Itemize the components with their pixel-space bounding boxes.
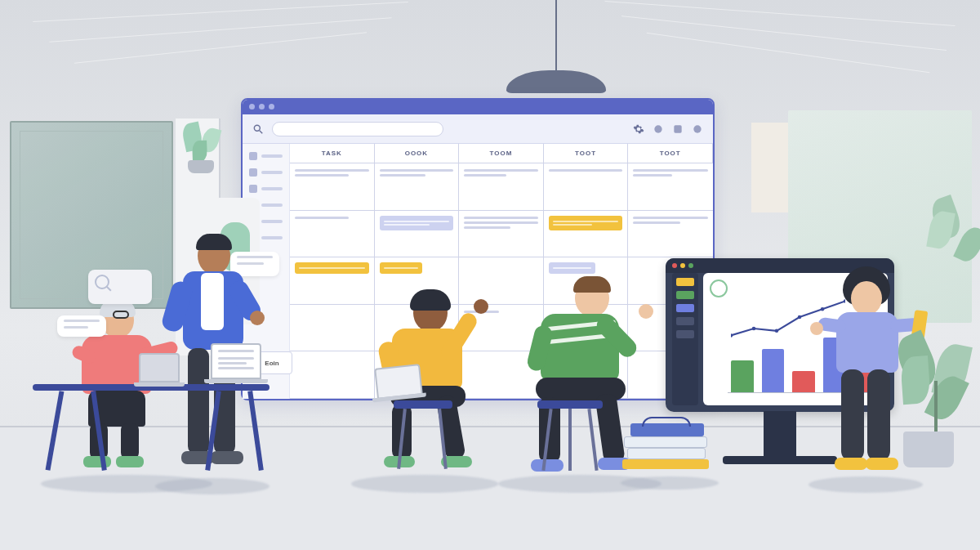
sidebar-item[interactable] [249,168,283,177]
kanban-card[interactable] [549,262,595,274]
kanban-cell[interactable] [290,163,375,211]
svg-point-4 [693,125,701,132]
speech-bubble [57,315,106,337]
kanban-cell[interactable] [375,163,460,211]
search-icon[interactable] [252,123,264,135]
kanban-cell[interactable] [290,211,375,258]
kanban-cell[interactable] [544,211,629,258]
search-icon [95,275,109,289]
pendant-lamp-cord [555,0,557,74]
kanban-cell[interactable] [375,211,460,258]
gear-icon[interactable] [633,123,644,135]
svg-point-8 [798,315,801,319]
dashboard-sidebar [672,273,698,405]
ceiling-line [33,2,408,22]
toolbar-icon[interactable] [653,123,664,135]
window-dot [672,263,677,268]
kanban-cell[interactable] [544,163,629,211]
window-dot [269,104,274,110]
window-dot [680,263,685,268]
window-titlebar [243,100,713,114]
column-header: OOOK [375,144,460,163]
kanban-cell[interactable] [459,163,544,211]
search-input[interactable] [272,122,443,136]
svg-line-1 [260,130,263,133]
svg-rect-3 [674,125,681,132]
speech-bubble [88,270,152,304]
wall-pillar [751,123,788,212]
sidebar-item[interactable] [249,152,283,160]
svg-point-2 [654,125,662,132]
office-illustration: TASK OOOK TOOM TOOT TOOT [0,0,980,550]
stool-leg [568,409,572,471]
stool [394,400,452,409]
sidebar-item[interactable] [249,185,283,193]
monitor-stand [764,411,796,458]
ceiling-line [604,1,955,26]
window-dot [688,263,693,268]
chart-bar [731,360,754,392]
ceiling-line [647,33,930,74]
kanban-card[interactable] [380,216,454,230]
svg-point-6 [752,327,755,330]
pendant-lamp [506,70,606,93]
column-header: TOOT [628,144,713,163]
ceiling-line [49,17,391,42]
kanban-cell[interactable] [459,211,544,258]
column-header: TOOM [459,144,544,163]
chart-badge-icon [710,279,728,297]
window-dot [259,104,265,110]
kanban-cell[interactable] [628,211,713,258]
kanban-toolbar [243,114,713,144]
toolbar-icon[interactable] [692,123,703,135]
window-dot [249,104,255,110]
column-header: TASK [290,144,375,163]
column-header: TOOT [544,144,629,163]
chart-bar [762,349,785,392]
kanban-card[interactable] [380,262,422,274]
toolbar-icon[interactable] [672,123,684,135]
svg-point-0 [254,125,260,131]
kanban-card[interactable] [295,262,369,274]
stool [537,400,603,409]
svg-point-7 [775,329,778,333]
kanban-cell[interactable] [628,163,713,211]
kanban-card[interactable] [549,216,623,230]
